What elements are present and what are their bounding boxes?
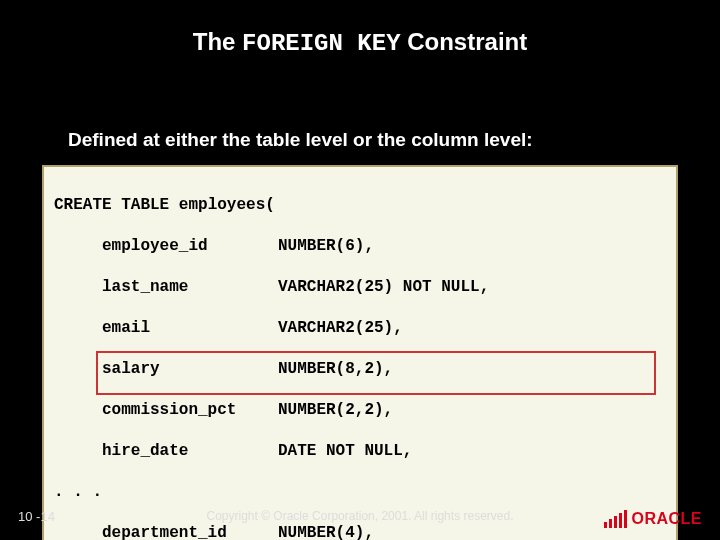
- title-keyword: FOREIGN KEY: [242, 30, 400, 57]
- code-block: CREATE TABLE employees( employee_idNUMBE…: [42, 165, 678, 540]
- col-type: NUMBER(2,2),: [278, 401, 393, 419]
- oracle-logo: ORACLE: [604, 510, 702, 528]
- code-line: emailVARCHAR2(25),: [54, 318, 666, 338]
- col-type: VARCHAR2(25) NOT NULL,: [278, 278, 489, 296]
- footer: 10 -14 Copyright © Oracle Corporation, 2…: [0, 502, 720, 530]
- col-name: commission_pct: [102, 400, 278, 420]
- title-pre: The: [193, 28, 242, 55]
- title-post: Constraint: [401, 28, 528, 55]
- slide-subtitle: Defined at either the table level or the…: [68, 129, 720, 151]
- col-type: NUMBER(6),: [278, 237, 374, 255]
- slide-title: The FOREIGN KEY Constraint: [0, 0, 720, 57]
- col-type: VARCHAR2(25),: [278, 319, 403, 337]
- code-line: CREATE TABLE employees(: [54, 195, 666, 215]
- col-name: employee_id: [102, 236, 278, 256]
- col-name: hire_date: [102, 441, 278, 461]
- col-name: salary: [102, 359, 278, 379]
- code-line: employee_idNUMBER(6),: [54, 236, 666, 256]
- slide-number: 10 -14: [18, 509, 55, 524]
- code-ellipsis: . . .: [54, 482, 666, 502]
- logo-bars-icon: [604, 510, 627, 528]
- logo-text: ORACLE: [631, 510, 702, 528]
- col-name: email: [102, 318, 278, 338]
- col-type: DATE NOT NULL,: [278, 442, 412, 460]
- col-type: NUMBER(8,2),: [278, 360, 393, 378]
- col-name: last_name: [102, 277, 278, 297]
- code-line: salaryNUMBER(8,2),: [54, 359, 666, 379]
- slide: The FOREIGN KEY Constraint Defined at ei…: [0, 0, 720, 540]
- code-line: last_nameVARCHAR2(25) NOT NULL,: [54, 277, 666, 297]
- code-line: hire_dateDATE NOT NULL,: [54, 441, 666, 461]
- code-line: commission_pctNUMBER(2,2),: [54, 400, 666, 420]
